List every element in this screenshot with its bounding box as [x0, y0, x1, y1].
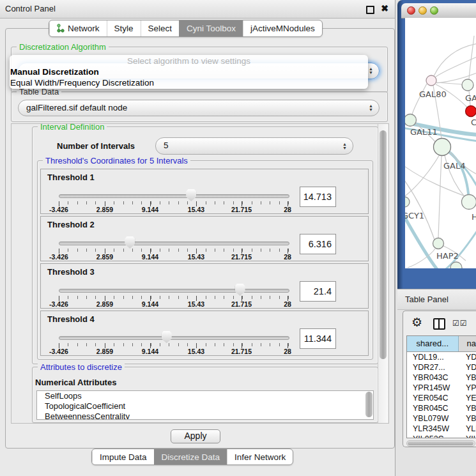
slider-thumb[interactable]	[186, 189, 196, 201]
popup-option-manual-discretization[interactable]: Manual Discretization	[10, 67, 99, 77]
table-row[interactable]: YER054C YER0	[407, 393, 476, 403]
node-gcy1[interactable]	[405, 197, 410, 207]
scrollbar-thumb[interactable]	[380, 130, 387, 359]
columns-icon[interactable]	[433, 318, 445, 330]
table-row[interactable]: YLR345W YLR3	[407, 424, 476, 434]
threshold-value-field[interactable]: 14.713	[300, 187, 336, 207]
node-ga[interactable]	[462, 79, 473, 91]
slider-track[interactable]	[59, 289, 289, 293]
bottom-tab[interactable]: Discretize Data	[154, 449, 227, 464]
thresholds-group: Threshold's Coordinates for 5 Intervals …	[37, 160, 373, 360]
top-tab[interactable]: Style	[107, 20, 141, 36]
threshold-value-field[interactable]: 21.4	[300, 281, 336, 302]
cell-shared-name[interactable]: YBR043C	[407, 372, 459, 383]
node-label: GA	[465, 93, 476, 103]
attribute-item[interactable]: TopologicalCoefficient	[37, 401, 373, 411]
cell-shared-name[interactable]: YLR345W	[407, 424, 459, 434]
slider-minor-ticks	[59, 201, 289, 204]
cell-name[interactable]: YIL0	[459, 434, 476, 438]
slider-track[interactable]	[59, 194, 289, 198]
control-panel-titlebar: Control Panel ✖	[0, 0, 395, 19]
table-row[interactable]: YBR043C YBR0	[407, 372, 476, 383]
slider-thumb[interactable]	[235, 284, 245, 296]
attribute-item[interactable]: BetweennessCentrality	[37, 411, 373, 420]
table-row[interactable]: YBL079W YBL0	[407, 413, 476, 424]
cell-name[interactable]: YBR0	[459, 372, 476, 383]
attribute-item[interactable]: SelfLoops	[37, 391, 373, 401]
list-scrollbar[interactable]	[365, 392, 372, 417]
select-checkboxes-icon[interactable]: ☑☑	[452, 319, 468, 328]
cell-shared-name[interactable]: YDR27...	[407, 362, 459, 372]
slider-track[interactable]	[59, 336, 289, 340]
table-row[interactable]: YDR27... YDR2	[407, 362, 476, 372]
popup-option-equal-width-frequency[interactable]: Equal Width/Frequency Discretization	[10, 78, 154, 88]
node-gal4[interactable]	[434, 139, 451, 156]
table-row[interactable]: YDL19... YDL1	[407, 352, 476, 362]
slider-thumb[interactable]	[162, 331, 172, 343]
cell-name[interactable]: YBL0	[459, 413, 476, 424]
network-graph: GAL80 GA C GAL11 GAL4 GCY1 H HAP2	[405, 18, 476, 268]
table-hscrollbar[interactable]	[406, 440, 475, 447]
table-row[interactable]: YIL052C YIL0	[407, 434, 476, 438]
combo-arrows-icon: ▲▼	[342, 142, 347, 150]
slider-thumb[interactable]	[125, 236, 135, 249]
threshold-panel: Threshold 2 -3.426 2.859 9.144 15.43	[40, 216, 369, 261]
cell-shared-name[interactable]: YIL052C	[407, 434, 459, 438]
cell-shared-name[interactable]: YPR145W	[407, 383, 459, 393]
top-tab[interactable]: Cyni Toolbox	[179, 20, 243, 36]
bottom-tab-label: Discretize Data	[162, 450, 220, 464]
cell-shared-name[interactable]: YDL19...	[407, 352, 459, 362]
number-of-intervals-value: 5	[164, 141, 169, 150]
cell-name[interactable]: YPR1	[459, 383, 476, 393]
table-row[interactable]: YPR145W YPR1	[407, 383, 476, 393]
top-tab-label: Network	[68, 21, 100, 36]
table-row[interactable]: YBR045C YBR0	[407, 403, 476, 413]
cell-name[interactable]: YDL1	[459, 352, 476, 362]
cell-shared-name[interactable]: YER054C	[407, 393, 459, 403]
gear-icon[interactable]: ⚙	[411, 315, 422, 330]
zoom-traffic-light[interactable]	[430, 6, 438, 15]
slider-minor-ticks	[59, 249, 289, 252]
number-of-intervals-select[interactable]: 5 ▲▼	[155, 137, 353, 155]
threshold-label: Threshold 2	[47, 220, 95, 229]
threshold-value-field[interactable]: 6.316	[300, 234, 336, 254]
top-tab[interactable]: Select	[141, 20, 180, 36]
column-header-shared-name[interactable]: shared...	[407, 336, 459, 351]
minimize-traffic-light[interactable]	[418, 6, 427, 15]
network-window-titlebar	[401, 3, 476, 19]
threshold-label: Threshold 3	[47, 267, 95, 277]
cell-name[interactable]: YLR3	[459, 424, 476, 434]
threshold-value-field[interactable]: 11.344	[300, 328, 336, 349]
settings-scrollbar[interactable]	[378, 124, 388, 423]
table-data-select[interactable]: galFiltered.sif default node ▲▼	[18, 100, 380, 116]
top-tab-label: Style	[114, 21, 134, 36]
cell-shared-name[interactable]: YBR045C	[407, 403, 459, 413]
numerical-attributes-list: SelfLoopsTopologicalCoefficientBetweenne…	[36, 390, 374, 420]
column-header-name[interactable]: na	[459, 336, 476, 351]
apply-button[interactable]: Apply	[171, 429, 220, 443]
bottom-tab[interactable]: Infer Network	[227, 449, 293, 464]
hscrollbar-thumb[interactable]	[408, 441, 473, 445]
top-tab[interactable]: jActiveMNodules	[243, 20, 322, 36]
network-canvas[interactable]: GAL80 GA C GAL11 GAL4 GCY1 H HAP2	[405, 18, 476, 268]
settings-scrollpane: Interval Definition Number of Intervals …	[11, 123, 389, 424]
numerical-attributes-header: Numerical Attributes	[35, 378, 116, 387]
float-window-icon[interactable]	[366, 6, 374, 14]
close-icon[interactable]: ✖	[381, 3, 388, 13]
node-gal80[interactable]	[426, 75, 436, 86]
slider-track[interactable]	[59, 242, 289, 245]
cell-name[interactable]: YDR2	[459, 362, 476, 372]
cell-name[interactable]: YER0	[459, 393, 476, 403]
bottom-tab[interactable]: Impute Data	[92, 449, 154, 464]
node-gal11[interactable]	[405, 114, 417, 127]
cell-name[interactable]: YBR0	[459, 403, 476, 413]
node-selected-red[interactable]	[466, 106, 476, 117]
table-panel: ⚙ ☑☑ shared... na YDL19... YDL1 YDR27...…	[403, 311, 476, 447]
close-traffic-light[interactable]	[407, 6, 415, 15]
threshold-panel: Threshold 3 -3.426 2.859 9.144 15.43	[40, 263, 369, 309]
node-h[interactable]	[462, 195, 476, 210]
top-tab-label: Select	[148, 21, 173, 36]
node-hap2[interactable]	[433, 238, 444, 249]
top-tab[interactable]: Network	[49, 20, 107, 36]
cell-shared-name[interactable]: YBL079W	[407, 413, 459, 424]
